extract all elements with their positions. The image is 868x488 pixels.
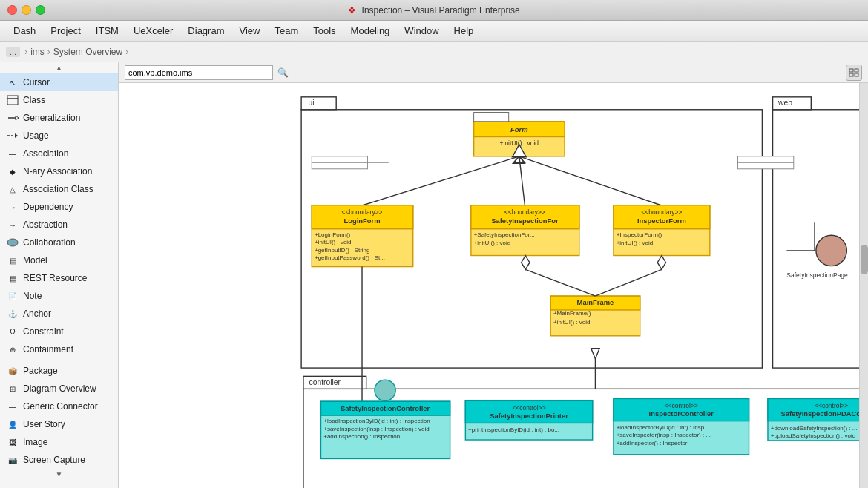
svg-marker-5 [15,133,18,138]
tool-class[interactable]: Class [0,91,118,109]
svg-rect-1 [7,99,18,105]
svg-rect-17 [303,389,868,488]
tool-generic-connector[interactable]: — Generic Connector [0,398,118,415]
svg-text:+getInputID() : String: +getInputID() : String [315,247,369,254]
svg-text:+saveInspection(insp : Inspect: +saveInspection(insp : Inspection) : voi… [323,426,430,432]
app-icon: ❖ [348,5,356,16]
svg-text:LoginForm: LoginForm [343,217,380,225]
tool-package[interactable]: 📦 Package [0,362,118,380]
tool-n-ary-association[interactable]: ◆ N-ary Association [0,162,118,180]
svg-rect-7 [849,69,853,72]
svg-text:+initUI() : void: +initUI() : void [500,139,539,147]
svg-marker-56 [522,256,530,270]
svg-marker-3 [16,116,19,120]
menu-project[interactable]: Project [43,22,88,39]
svg-text:web: web [777,99,792,107]
menu-view[interactable]: View [231,22,267,39]
tool-screen-capture[interactable]: 📷 Screen Capture [0,451,118,469]
tool-generalization[interactable]: Generalization [0,109,118,127]
canvas-area[interactable]: 🔍 ui web controller [119,62,868,488]
scroll-thumb[interactable] [861,245,868,274]
search-button[interactable]: 🔍 [277,67,289,78]
tool-image[interactable]: 🖼 Image [0,433,118,451]
svg-marker-30 [512,145,526,157]
tool-containment[interactable]: ⊕ Containment [0,340,118,358]
svg-text:controller: controller [309,378,341,386]
svg-text:+MainFrame(): +MainFrame() [553,310,591,317]
tool-abstraction[interactable]: → Abstraction [0,216,118,234]
anchor-icon: ⚓ [6,307,19,320]
tool-cursor[interactable]: ↖ Cursor [0,73,118,91]
menu-dash[interactable]: Dash [6,22,43,39]
svg-text:SafetyInspectionPage: SafetyInspectionPage [786,271,848,279]
tool-model[interactable]: ▤ Model [0,251,118,269]
breadcrumb-system-overview[interactable]: System Overview [50,47,125,57]
svg-line-29 [519,156,661,205]
window-controls[interactable] [7,5,45,15]
menu-diagram[interactable]: Diagram [180,22,231,39]
close-button[interactable] [7,5,17,15]
menu-tools[interactable]: Tools [306,22,343,39]
breadcrumb-ims[interactable]: ims [27,47,47,57]
tool-usage[interactable]: Usage [0,127,118,145]
svg-rect-52 [550,296,640,310]
svg-line-57 [525,269,595,296]
menu-uexceler[interactable]: UeXceler [126,22,180,39]
user-story-icon: 👤 [6,418,19,431]
svg-rect-12 [301,97,336,110]
svg-text:InspectorForm: InspectorForm [637,217,686,225]
tool-constraint[interactable]: Ω Constraint [0,323,118,340]
svg-rect-14 [773,110,868,368]
app-title: ❖ Inspection – Visual Paradigm Enterpris… [348,5,520,16]
panel-scroll-down[interactable]: ▼ [0,469,118,480]
svg-rect-45 [614,205,710,256]
svg-point-89 [816,235,846,266]
svg-text:+initUI() : void: +initUI() : void [617,240,654,246]
menu-window[interactable]: Window [397,22,446,39]
menu-team[interactable]: Team [267,22,306,39]
svg-text:<<boundary>>: <<boundary>> [341,208,382,216]
screen-capture-icon: 📷 [6,453,19,466]
svg-point-69 [375,380,395,400]
abstraction-icon: → [6,218,19,231]
tool-dependency[interactable]: → Dependency [0,198,118,216]
model-icon: ▤ [6,254,19,267]
filter-input[interactable] [125,65,273,80]
svg-text:+printInspectionByID(id : int): +printInspectionByID(id : int) : bo... [468,426,559,433]
svg-text:+SafetyInspectionFor...: +SafetyInspectionFor... [474,231,535,238]
left-panel: ▲ ↖ Cursor Class Generalization Usage — … [0,62,119,488]
svg-rect-71 [465,400,592,423]
menu-modeling[interactable]: Modeling [343,22,398,39]
tool-association-class[interactable]: △ Association Class [0,180,118,198]
uml-diagram[interactable]: ui web controller Form +initUI() : void [119,83,868,488]
tool-anchor[interactable]: ⚓ Anchor [0,305,118,323]
minimize-button[interactable] [22,5,31,15]
diagram-view-button[interactable] [846,65,862,81]
svg-marker-28 [513,156,525,162]
svg-text:+initUI() : void: +initUI() : void [315,239,352,245]
tool-collaboration[interactable]: Collaboration [0,234,118,251]
svg-text:<<control>>: <<control>> [815,402,848,409]
cursor-icon: ↖ [6,76,19,89]
svg-text:+initUI() : void: +initUI() : void [474,240,511,246]
maximize-button[interactable] [36,5,45,15]
svg-rect-64 [320,401,450,415]
tool-note[interactable]: 📄 Note [0,287,118,305]
tool-rest-resource[interactable]: ▤ REST Resource [0,269,118,287]
svg-rect-10 [855,73,858,76]
svg-text:<<boundary>>: <<boundary>> [504,208,545,216]
svg-rect-11 [301,110,762,368]
tool-user-story[interactable]: 👤 User Story [0,415,118,433]
svg-text:ui: ui [309,99,315,107]
tool-diagram-overview[interactable]: ⊞ Diagram Overview [0,380,118,398]
breadcrumb-back[interactable]: ... [6,47,20,57]
panel-scroll-up[interactable]: ▲ [0,62,118,73]
menu-itsm[interactable]: ITSM [88,22,126,39]
menu-help[interactable]: Help [447,22,481,39]
svg-rect-63 [320,401,450,458]
scroll-bar[interactable] [859,83,868,488]
usage-icon [6,129,19,142]
svg-rect-20 [474,122,565,156]
tool-association[interactable]: — Association [0,145,118,162]
diagram-overview-icon: ⊞ [6,382,19,395]
